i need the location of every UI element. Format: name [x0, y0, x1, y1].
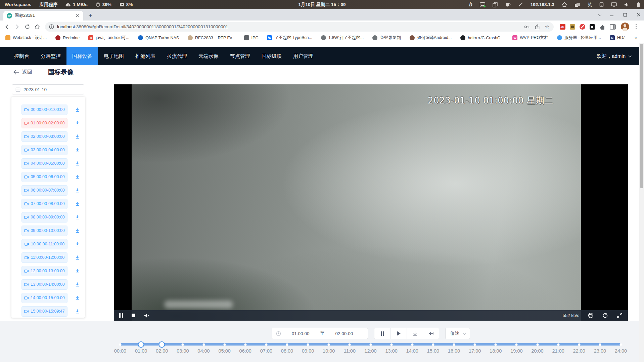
bookmark-item[interactable]: Webstack - 设计... [5, 35, 47, 41]
nav-tab-5[interactable]: 推流列表 [130, 47, 161, 65]
tab-search-chevron-icon[interactable] [598, 13, 601, 16]
download-record-button[interactable] [74, 187, 81, 194]
download-record-button[interactable] [74, 295, 81, 301]
download-record-button[interactable] [74, 254, 81, 261]
home-button[interactable] [33, 23, 42, 31]
record-segment-button[interactable]: 04:00:00-05:00:00 [21, 158, 67, 169]
user-menu[interactable]: 欢迎，admin [597, 53, 644, 59]
player-stop-button[interactable] [132, 314, 135, 317]
bookmark-item[interactable]: hairrrrr/C-CrashC... [460, 35, 504, 40]
nav-tab-8[interactable]: 节点管理 [224, 47, 256, 65]
download-record-button[interactable] [74, 160, 81, 167]
download-record-button[interactable] [74, 268, 81, 274]
player-mute-button[interactable] [144, 313, 150, 318]
download-record-button[interactable] [74, 174, 81, 180]
extensions-puzzle-icon[interactable] [599, 24, 605, 30]
bookmark-item[interactable]: NHDAtmos :: 种子 *... [610, 35, 625, 41]
download-record-button[interactable] [74, 120, 81, 126]
nav-tab-6[interactable]: 拉流代理 [161, 47, 193, 65]
nav-tab-10[interactable]: 用户管理 [287, 47, 319, 65]
forward-button[interactable] [13, 23, 21, 31]
bookmark-item[interactable]: QNAP Turbo NAS [138, 35, 179, 40]
bing-tray-icon[interactable]: b [469, 2, 472, 7]
battery-tray-icon[interactable] [637, 2, 640, 7]
back-to-list-button[interactable]: 返回 [11, 69, 34, 76]
reload-button[interactable] [23, 23, 32, 31]
tool-tray-icon[interactable] [518, 2, 523, 7]
bookmark-item[interactable]: IPC [244, 35, 259, 40]
record-segment-button[interactable]: 12:00:00-13:00:00 [21, 266, 67, 276]
start-time-input[interactable]: 01:00:00 [281, 331, 320, 336]
download-record-button[interactable] [74, 228, 81, 234]
nav-tab-1[interactable]: 控制台 [8, 47, 35, 65]
nav-tab-9[interactable]: 国标级联 [256, 47, 287, 65]
download-button[interactable] [407, 328, 423, 339]
record-segment-button[interactable]: 14:00:00-15:00:00 [21, 293, 67, 303]
play-button[interactable] [390, 328, 407, 339]
window-maximize-button[interactable] [623, 13, 627, 17]
display-tray-icon[interactable] [611, 2, 617, 7]
download-record-button[interactable] [74, 147, 81, 153]
nav-tab-4[interactable]: 电子地图 [98, 47, 130, 65]
applications-button[interactable]: 应用程序 [39, 2, 57, 8]
record-segment-button[interactable]: 13:00:00-14:00:00 [21, 279, 67, 290]
home-tray-icon[interactable] [562, 2, 567, 7]
nav-tab-3[interactable]: 国标设备 [66, 47, 98, 65]
record-segment-button[interactable]: 06:00:00-07:00:00 [21, 185, 67, 196]
scrollbar-thumb[interactable] [640, 44, 643, 188]
back-button[interactable] [3, 23, 11, 31]
end-time-input[interactable]: 02:00:00 [325, 331, 364, 336]
bookmark-item[interactable]: 知了不起的 TypeScri... [267, 35, 312, 41]
browser-tab[interactable]: 国标28181 [3, 11, 83, 21]
pause-button[interactable] [374, 328, 390, 339]
bookmark-item[interactable]: WWVP-PRO文档 [512, 35, 548, 41]
workspaces-button[interactable]: Workspaces [5, 2, 31, 7]
bookmarks-overflow-button[interactable]: » [633, 35, 639, 41]
side-panel-icon[interactable] [610, 24, 616, 30]
tab-close-button[interactable] [75, 13, 80, 18]
download-record-button[interactable] [74, 281, 81, 288]
download-record-button[interactable] [74, 308, 81, 315]
bookmark-item[interactable]: RFC2833 – RTP Ev... [188, 35, 235, 40]
record-segment-button[interactable]: 11:00:00-12:00:00 [21, 252, 67, 263]
timeline-end-handle[interactable] [159, 341, 165, 348]
record-segment-button[interactable]: 00:00:00-01:00:00 [21, 105, 67, 115]
timeline-slider[interactable] [120, 343, 621, 346]
nav-tab-2[interactable]: 分屏监控 [35, 47, 66, 65]
download-record-button[interactable] [74, 214, 81, 220]
record-segment-button[interactable]: 07:00:00-08:00:00 [21, 199, 67, 209]
download-record-button[interactable] [74, 201, 81, 207]
timeline-start-handle[interactable] [138, 341, 144, 348]
ip-address-indicator[interactable]: 192.168.1.3 [531, 2, 554, 7]
copy-tray-icon[interactable] [493, 2, 498, 7]
snapshot-button[interactable] [588, 313, 594, 318]
windows-tray-icon[interactable] [574, 2, 580, 7]
bookmark-item[interactable]: Cjava、android可... [88, 35, 129, 41]
bookmark-item[interactable]: 免登录复制 [372, 35, 401, 41]
coffee-tray-icon[interactable] [505, 2, 511, 7]
player-pause-button[interactable] [119, 313, 123, 318]
download-record-button[interactable] [74, 107, 81, 113]
system-clock[interactable]: 1月10日 星期二 15：09 [298, 0, 346, 9]
volume-tray-icon[interactable] [624, 2, 629, 7]
record-segment-button[interactable]: 03:00:00-04:00:00 [21, 145, 67, 155]
nav-tab-7[interactable]: 云端录像 [193, 47, 224, 65]
new-tab-button[interactable]: + [86, 11, 95, 20]
bookmark-star-icon[interactable]: ☆ [545, 24, 549, 30]
download-record-button[interactable] [74, 241, 81, 247]
password-key-icon[interactable] [524, 24, 530, 30]
record-segment-button[interactable]: 15:00:00-15:09:47 [21, 306, 67, 317]
fullscreen-button[interactable] [617, 313, 623, 318]
page-scrollbar[interactable] [639, 43, 644, 362]
player-refresh-button[interactable] [602, 313, 608, 318]
js-extension-icon[interactable]: JS [560, 24, 565, 30]
site-info-icon[interactable] [49, 24, 54, 29]
extension-gold-icon[interactable] [570, 24, 575, 30]
adblock-extension-icon[interactable] [580, 24, 585, 30]
download-record-button[interactable] [74, 133, 81, 140]
seek-back-button[interactable] [423, 328, 439, 339]
window-close-button[interactable] [637, 13, 641, 17]
tablet-tray-icon[interactable] [599, 2, 604, 7]
playback-speed-dropdown[interactable]: 倍速 [445, 328, 470, 339]
browser-menu-button[interactable] [634, 23, 639, 31]
